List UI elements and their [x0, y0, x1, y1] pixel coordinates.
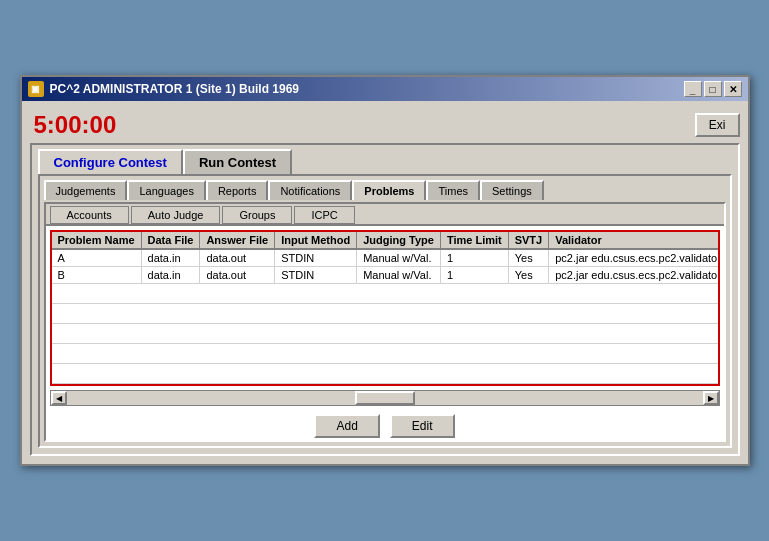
empty-row: [52, 364, 720, 384]
tab-judgements[interactable]: Judgements: [44, 180, 128, 200]
cell-problem-name: B: [52, 267, 142, 284]
col-time-limit: Time Limit: [440, 232, 508, 249]
cell-judging-type: Manual w/Val.: [357, 267, 441, 284]
col-svtj: SVTJ: [508, 232, 549, 249]
tab-languages[interactable]: Languages: [127, 180, 205, 200]
sub-tabs: Judgements Languages Reports Notificatio…: [44, 180, 726, 200]
cell-answer-file: data.out: [200, 249, 275, 267]
empty-row: [52, 344, 720, 364]
tab-configure-contest[interactable]: Configure Contest: [38, 149, 183, 174]
table-row[interactable]: A data.in data.out STDIN Manual w/Val. 1…: [52, 249, 720, 267]
col-judging-type: Judging Type: [357, 232, 441, 249]
problems-table: Problem Name Data File Answer File Input…: [52, 232, 720, 384]
tab-auto-judge[interactable]: Auto Judge: [131, 206, 221, 224]
sub-panel: Accounts Auto Judge Groups ICPC: [44, 202, 726, 442]
cell-judging-type: Manual w/Val.: [357, 249, 441, 267]
cell-answer-file: data.out: [200, 267, 275, 284]
tab-times[interactable]: Times: [426, 180, 480, 200]
exi-button[interactable]: Exi: [695, 113, 740, 137]
tab-reports[interactable]: Reports: [206, 180, 269, 200]
col-validator: Validator: [549, 232, 720, 249]
col-input-method: Input Method: [275, 232, 357, 249]
cell-svtj: Yes: [508, 267, 549, 284]
tab-panel: Judgements Languages Reports Notificatio…: [38, 174, 732, 448]
empty-row: [52, 304, 720, 324]
table-row[interactable]: B data.in data.out STDIN Manual w/Val. 1…: [52, 267, 720, 284]
outer-tab-container: Configure Contest Run Contest Judgements…: [30, 143, 740, 456]
cell-data-file: data.in: [141, 267, 200, 284]
cell-time-limit: 1: [440, 249, 508, 267]
edit-button[interactable]: Edit: [390, 414, 455, 438]
bottom-buttons: Add Edit: [46, 408, 724, 440]
scroll-thumb[interactable]: [355, 391, 415, 405]
title-bar: ▣ PC^2 ADMINISTRATOR 1 (Site 1) Build 19…: [22, 77, 748, 101]
empty-row: [52, 284, 720, 304]
cell-input-method: STDIN: [275, 249, 357, 267]
tab-problems[interactable]: Problems: [352, 180, 426, 200]
tab-settings[interactable]: Settings: [480, 180, 544, 200]
timer-display: 5:00:00: [34, 111, 117, 139]
cell-time-limit: 1: [440, 267, 508, 284]
col-data-file: Data File: [141, 232, 200, 249]
timer-row: 5:00:00 Exi: [30, 107, 740, 143]
cell-problem-name: A: [52, 249, 142, 267]
tab-groups[interactable]: Groups: [222, 206, 292, 224]
tab-accounts[interactable]: Accounts: [50, 206, 129, 224]
horizontal-scrollbar[interactable]: ◀ ▶: [50, 390, 720, 406]
add-button[interactable]: Add: [314, 414, 379, 438]
app-icon: ▣: [28, 81, 44, 97]
cell-data-file: data.in: [141, 249, 200, 267]
cell-validator: pc2.jar edu.csus.ecs.pc2.validator.Va: [549, 267, 720, 284]
close-button[interactable]: ✕: [724, 81, 742, 97]
empty-row: [52, 324, 720, 344]
cell-input-method: STDIN: [275, 267, 357, 284]
window-body: 5:00:00 Exi Configure Contest Run Contes…: [22, 101, 748, 464]
maximize-button[interactable]: □: [704, 81, 722, 97]
tab-notifications[interactable]: Notifications: [268, 180, 352, 200]
cell-svtj: Yes: [508, 249, 549, 267]
col-answer-file: Answer File: [200, 232, 275, 249]
window-title: PC^2 ADMINISTRATOR 1 (Site 1) Build 1969: [50, 82, 300, 96]
main-tabs: Configure Contest Run Contest: [38, 149, 732, 174]
title-bar-left: ▣ PC^2 ADMINISTRATOR 1 (Site 1) Build 19…: [28, 81, 300, 97]
scroll-right-button[interactable]: ▶: [703, 391, 719, 405]
col-problem-name: Problem Name: [52, 232, 142, 249]
tab-icpc[interactable]: ICPC: [294, 206, 354, 224]
second-row-tabs: Accounts Auto Judge Groups ICPC: [46, 204, 724, 226]
scroll-left-button[interactable]: ◀: [51, 391, 67, 405]
main-window: ▣ PC^2 ADMINISTRATOR 1 (Site 1) Build 19…: [20, 75, 750, 466]
title-controls: _ □ ✕: [684, 81, 742, 97]
cell-validator: pc2.jar edu.csus.ecs.pc2.validator.Va: [549, 249, 720, 267]
problems-table-container: Problem Name Data File Answer File Input…: [50, 230, 720, 386]
tab-run-contest[interactable]: Run Contest: [183, 149, 292, 174]
minimize-button[interactable]: _: [684, 81, 702, 97]
